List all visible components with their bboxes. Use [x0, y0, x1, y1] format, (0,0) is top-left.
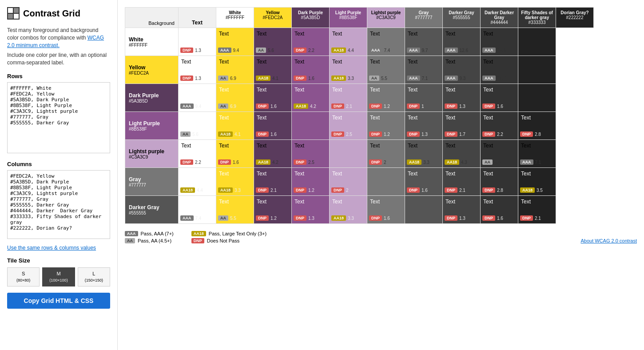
contrast-grid: Background Text White#FFFFFFYellow#FEDC2… [125, 7, 594, 224]
col-header-darker-darker-gray: Darker Darker Gray#444444 [481, 8, 518, 28]
grid-cell [330, 140, 367, 168]
grid-cell: Text DNP 2.1 [330, 84, 367, 112]
include-text: Include one color per line, with an opti… [7, 52, 110, 67]
rows-label: Rows [7, 73, 110, 80]
table-row: Darker Gray#555555 Text AAA 7.4 Text AA … [125, 196, 594, 224]
legend-aaa: AAA Pass, AAA (7+) [125, 231, 174, 236]
grid-cell: Text DNP 1.6 [216, 140, 254, 168]
same-values-link[interactable]: Use the same rows & columns values [7, 245, 110, 251]
grid-cell: Text AA18 4.4 [330, 28, 367, 56]
logo: Contrast Grid [7, 7, 110, 20]
grid-cell: Text DNP 1.3 [443, 196, 481, 224]
legend-label-aaa: Pass, AAA (7+) [141, 231, 174, 236]
grid-cell: Text AA18 4.2 [292, 84, 330, 112]
sidebar: Contrast Grid Test many foreground and b… [0, 0, 118, 350]
grid-cell: Text AAA 12.6 [443, 28, 481, 56]
grid-cell: Text DNP 2.1 [254, 168, 292, 196]
grid-cell: Text AA18 4.1 [216, 112, 254, 140]
rows-textarea[interactable]: #FFFFFF, White #FEDC2A, Yellow #5A3B5D, … [7, 82, 110, 153]
legend-aa: AA Pass, AA (4.5+) [125, 238, 174, 243]
copy-button[interactable]: Copy Grid HTML & CSS [7, 293, 110, 309]
columns-label: Columns [7, 161, 110, 167]
grid-cell [292, 112, 330, 140]
legend-dnp: DNP Does Not Pass [191, 238, 266, 243]
grid-cell: Text AAA 9.4 [216, 28, 254, 56]
svg-rect-4 [14, 8, 19, 13]
main-content: Background Text White#FFFFFFYellow#FEDC2… [118, 0, 644, 350]
grid-cell: Text AA 6.9 [216, 56, 254, 84]
table-row: Yellow#FEDC2A Text DNP 1.3 Text AA 6.9 T… [125, 56, 594, 84]
svg-rect-1 [8, 8, 13, 13]
grid-cell: Text AAA 7.4 [367, 28, 405, 56]
table-row: Gray#777777 Text AA18 4.4 Text AA18 3.3 … [125, 168, 594, 196]
grid-cell: Text DNP 1.2 [367, 84, 405, 112]
grid-cell: Text AA 5.6 [254, 28, 292, 56]
grid-cell: Text AA18 3.3 [330, 56, 367, 84]
row-header-3: Light Purple#8B538F [125, 112, 179, 140]
wcag-about-link[interactable]: About WCAG 2.0 contrast [580, 238, 637, 243]
grid-cell: Text DNP 1.6 [254, 84, 292, 112]
grid-cell: Text DNP 1.6 [481, 84, 518, 112]
grid-cell: Text DNP 2.5 [330, 112, 367, 140]
table-row: Dark Purple#5A3B5D Text AAA 9.4 Text AA … [125, 84, 594, 112]
legend-aa18: AA18 Pass, Large Text Only (3+) [191, 231, 266, 236]
table-row: Lightst purple#C3A3C9 Text DNP 2.2 Text … [125, 140, 594, 168]
grid-cell: Text AA18 4.3 [443, 140, 481, 168]
legend-label-aa18: Pass, Large Text Only (3+) [209, 231, 266, 236]
grid-cell: Text AA18 3.5 [518, 168, 556, 196]
grid-cell: Text DNP 2.8 [481, 168, 518, 196]
table-row: Light Purple#8B538F Text AA 5.6 Text AA1… [125, 112, 594, 140]
grid-cell: Text AA 5.6 [179, 112, 216, 140]
grid-cell: Text AAA 11.7 [481, 56, 518, 84]
grid-cell: Text DNP 1.3 [292, 196, 330, 224]
grid-cell: Text DNP 1.3 [179, 56, 216, 84]
grid-cell: Text DNP 1.3 [443, 84, 481, 112]
grid-cell: Text AA18 4.4 [179, 168, 216, 196]
grid-cell [367, 168, 405, 196]
grid-cell: Text AA 5.5 [216, 196, 254, 224]
tile-size-m[interactable]: M(100×100) [42, 267, 75, 286]
col-header-darker-gray: Darker Gray#555555 [443, 8, 481, 28]
tile-size-l[interactable]: L(150×150) [78, 267, 110, 286]
columns-textarea[interactable]: #FEDC2A, Yellow #5A3B5D, Dark Purple #8B… [7, 170, 110, 239]
col-header-dark-purple: Dark Purple#5A3B5D [292, 8, 330, 28]
grid-cell: Text DNP 1.6 [292, 56, 330, 84]
logo-text: Contrast Grid [23, 8, 80, 19]
grid-cell: Text AA18 3.3 [330, 196, 367, 224]
col-header-fifty-shades: Fifty Shades of darker gray#333333 [518, 8, 556, 28]
grid-cell: Text DNP 2 [367, 140, 405, 168]
grid-cell: Text DNP 1.6 [254, 112, 292, 140]
col-header-light-purple: Light Purple#8B538F [330, 8, 367, 28]
tile-size-label: Tile Size [7, 257, 110, 264]
grid-cell [405, 196, 443, 224]
legend-badge-dnp: DNP [191, 238, 204, 243]
row-header-1: Yellow#FEDC2A [125, 56, 179, 84]
grid-cell: Text AAA 15.9 [481, 28, 518, 56]
sidebar-description: Test many foreground and background colo… [7, 27, 110, 49]
grid-cell: Text AAA 9.3 [443, 56, 481, 84]
legend-badge-aaa: AAA [125, 231, 138, 236]
grid-cell: Text DNP 2.1 [518, 196, 556, 224]
grid-cell: Text AAA 7.1 [405, 56, 443, 84]
tile-size-s[interactable]: S(80×80) [7, 267, 40, 286]
grid-cell: Text AA18 3.3 [405, 140, 443, 168]
legend-badge-aa: AA [125, 238, 135, 243]
col-header-gray: Gray#777777 [405, 8, 443, 28]
col-header-lightest-purple: Lightst purple#C3A3C9 [367, 8, 405, 28]
grid-cell: Text DNP 1.3 [405, 112, 443, 140]
grid-cell: Text AA 6.9 [216, 84, 254, 112]
col-header-yellow: Yellow#FEDC2A [254, 8, 292, 28]
legend-group-right: AA18 Pass, Large Text Only (3+) DNP Does… [191, 231, 266, 243]
grid-cell: Text DNP 1.2 [292, 168, 330, 196]
legend-group-left: AAA Pass, AAA (7+) AA Pass, AA (4.5+) [125, 231, 174, 243]
legend-label-aa: Pass, AA (4.5+) [138, 238, 171, 243]
corner-text-label: Text [179, 8, 216, 28]
grid-cell: Text DNP 1 [405, 84, 443, 112]
grid-cell: Text DNP 2.5 [292, 140, 330, 168]
grid-cell: Text AAA 7.4 [179, 196, 216, 224]
header-row: Background Text White#FFFFFFYellow#FEDC2… [125, 8, 594, 28]
tile-size-buttons: S(80×80) M(100×100) L(150×150) [7, 267, 110, 286]
grid-cell: Text DNP 2.2 [481, 112, 518, 140]
col-header-dorian: Dorian Gray?#222222 [556, 8, 594, 28]
grid-cell: Text DNP 1.6 [367, 196, 405, 224]
